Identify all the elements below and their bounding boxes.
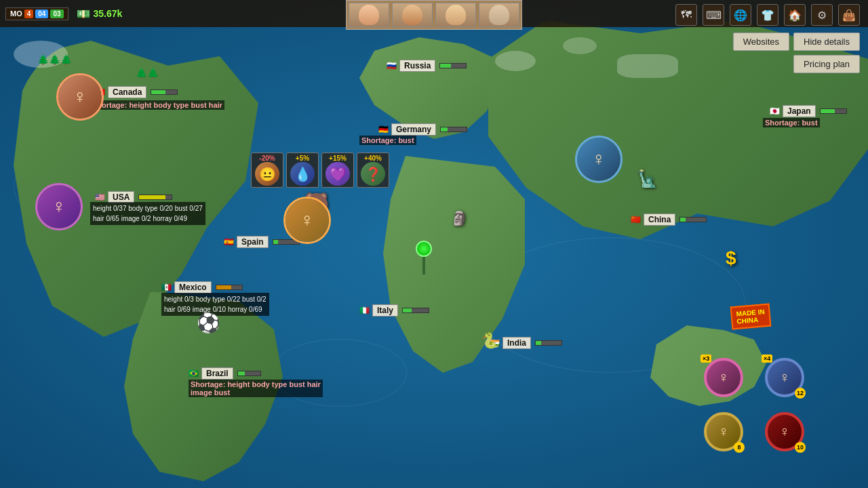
- country-canada[interactable]: 🇨🇦 Canada: [95, 86, 178, 98]
- shirt-icon[interactable]: 👕: [757, 4, 778, 26]
- dollar-icon: $: [726, 247, 736, 269]
- canada-name: Canada: [108, 86, 146, 98]
- mode-box3: 03: [50, 9, 63, 18]
- chip-number-2: 12: [795, 388, 806, 399]
- germany-flag: 🇩🇪: [378, 125, 389, 134]
- chip-number-4: 10: [795, 442, 806, 453]
- boost-water[interactable]: +5% 💧: [286, 152, 319, 188]
- germany-shortage: Shortage: bust: [359, 136, 416, 145]
- money-icon: 💵: [77, 7, 90, 20]
- soccer-ball-icon: ⚽: [197, 312, 220, 334]
- japan-progress: [820, 108, 847, 114]
- boost-negative[interactable]: -20% 😐: [251, 152, 283, 188]
- beacon: [416, 241, 432, 274]
- mexico-flag: 🇲🇽: [161, 283, 172, 292]
- boost-circle-4: ❓: [361, 162, 385, 186]
- trees-northwest: 🌲🌲🌲: [37, 54, 72, 65]
- russia-progress: [439, 63, 467, 68]
- usa-progress: [138, 195, 172, 200]
- spain-name: Spain: [237, 236, 269, 248]
- moai-icon: 🗿: [451, 210, 468, 226]
- pricing-plan-button[interactable]: Pricing plan: [793, 55, 860, 73]
- china-name: China: [644, 214, 675, 226]
- portrait-4[interactable]: [479, 3, 519, 27]
- brazil-flag: 🇧🇷: [189, 369, 199, 378]
- chip-stack-4[interactable]: ♀ 10: [765, 412, 804, 451]
- canada-shortage: Shortage: height body type bust hair: [90, 100, 224, 110]
- ui-panel-row1: Websites Hide details: [733, 33, 860, 51]
- boost-circle-1: 😐: [255, 162, 279, 186]
- made-in-china-sign: MADE INCHINA: [730, 304, 772, 330]
- country-germany[interactable]: 🇩🇪 Germany: [378, 123, 467, 136]
- portrait-3[interactable]: [435, 3, 476, 27]
- money-amount: 35.67k: [94, 8, 123, 19]
- mode-label: MO: [10, 9, 22, 18]
- spain-flag: 🇪🇸: [224, 237, 234, 247]
- india-name: India: [502, 337, 531, 349]
- keyboard-icon[interactable]: ⌨: [703, 4, 724, 26]
- italy-name: Italy: [372, 304, 398, 317]
- russia-flag: 🇷🇺: [387, 61, 397, 70]
- boost-circle-2: 💧: [290, 162, 315, 186]
- snake-icon: 🐍: [481, 332, 500, 350]
- japan-name: Japan: [783, 105, 816, 117]
- brazil-shortage: Shortage: height body type bust hairimag…: [189, 380, 323, 397]
- token-canada[interactable]: ♀: [56, 73, 104, 121]
- portrait-2[interactable]: [392, 3, 433, 27]
- house-icon[interactable]: 🏠: [784, 4, 806, 26]
- japan-flag: 🇯🇵: [770, 106, 780, 116]
- game-mode-badge: MO 4 04 03: [5, 7, 68, 20]
- trees-canada: 🌲🌲: [136, 68, 159, 79]
- mexico-progress: [216, 285, 243, 290]
- websites-button[interactable]: Websites: [733, 33, 789, 51]
- country-italy[interactable]: 🇮🇹 Italy: [359, 304, 429, 317]
- token-russia[interactable]: ♀: [575, 136, 623, 183]
- mode-box2: 04: [35, 9, 48, 18]
- bag-icon[interactable]: 👜: [838, 4, 860, 26]
- russia-name: Russia: [399, 60, 435, 72]
- chip-stack-3[interactable]: ♀ 8: [704, 412, 743, 451]
- italy-flag: 🇮🇹: [359, 306, 370, 315]
- boost-circle-3: 💜: [326, 162, 350, 186]
- canada-progress: [151, 89, 178, 95]
- chip-stack-2[interactable]: ♀ ×4 12: [765, 358, 804, 397]
- country-japan[interactable]: 🇯🇵 Japan: [770, 105, 847, 117]
- portrait-1[interactable]: [349, 3, 389, 27]
- germany-progress: [440, 127, 467, 132]
- mexico-name: Mexico: [174, 281, 212, 293]
- globe-icon[interactable]: 🌐: [730, 4, 751, 26]
- boost-pct-1: -20%: [259, 155, 275, 162]
- boost-pct-3: +15%: [329, 155, 347, 162]
- boost-question[interactable]: +40% ❓: [357, 152, 389, 188]
- usa-flag: 🇺🇸: [95, 192, 105, 202]
- map-icon[interactable]: 🗺: [675, 4, 697, 26]
- chip-multiplier-1: ×3: [701, 354, 711, 363]
- chip-multiplier-2: ×4: [762, 354, 772, 363]
- country-spain[interactable]: 🇪🇸 Spain: [224, 236, 300, 248]
- boost-pct-4: +40%: [364, 155, 382, 162]
- country-china[interactable]: 🇨🇳 China: [631, 214, 707, 226]
- token-center[interactable]: ♀: [283, 197, 331, 244]
- ui-panel: Websites Hide details Pricing plan: [733, 33, 860, 73]
- topright-icons: 🗺 ⌨ 🌐 👕 🏠 ⚙ 👜: [667, 0, 868, 30]
- settings-icon[interactable]: ⚙: [811, 4, 833, 26]
- japan-shortage: Shortage: bust: [763, 118, 820, 127]
- china-flag: 🇨🇳: [631, 215, 641, 224]
- country-russia[interactable]: 🇷🇺 Russia: [387, 60, 467, 72]
- india-progress: [535, 340, 562, 346]
- country-brazil[interactable]: 🇧🇷 Brazil: [189, 367, 261, 380]
- money-display: 💵 35.67k: [77, 7, 123, 20]
- boost-pct-2: +5%: [296, 155, 309, 162]
- token-usa[interactable]: ♀: [35, 183, 83, 230]
- portraits-bar: [346, 0, 522, 30]
- chip-stack-1[interactable]: ♀ ×3: [704, 358, 743, 397]
- germany-name: Germany: [391, 123, 436, 136]
- country-india[interactable]: 🇮🇳 India: [490, 337, 562, 349]
- country-mexico[interactable]: 🇲🇽 Mexico: [161, 281, 243, 293]
- world-map: 🌲🌲🌲 🌲🌲 🐻 🗽 🗿 🐍 ⚽ $ MADE INCHINA 🇨🇦 Canad…: [0, 0, 868, 488]
- boost-icons-row: -20% 😐 +5% 💧 +15% 💜 +40% ❓: [251, 152, 389, 188]
- boost-purple[interactable]: +15% 💜: [321, 152, 354, 188]
- mode-box1: 4: [24, 9, 34, 18]
- ui-panel-row2: Pricing plan: [733, 55, 860, 73]
- hide-details-button[interactable]: Hide details: [793, 33, 860, 51]
